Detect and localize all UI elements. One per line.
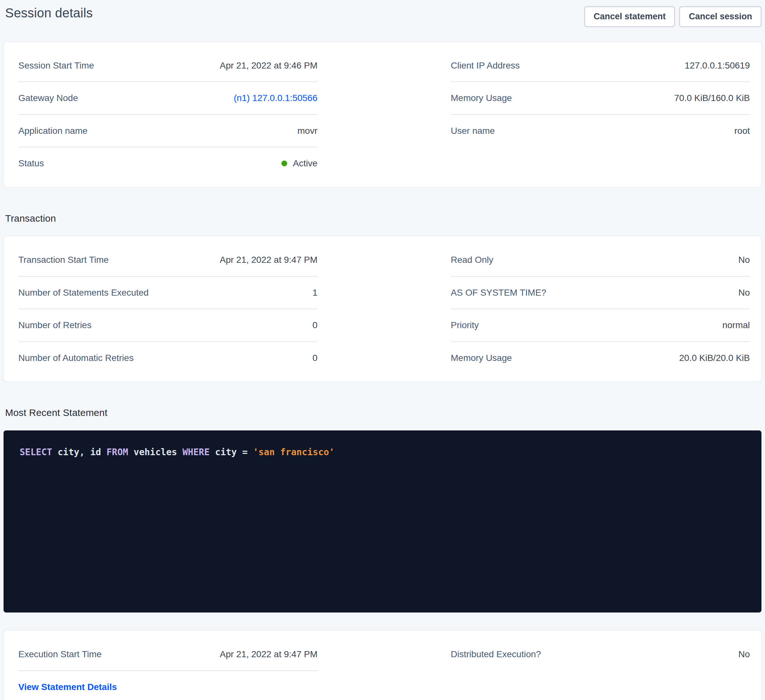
sql-keyword-select: SELECT [20,447,52,457]
sql-statement-text: SELECT city, id FROM vehicles WHERE city… [20,447,335,457]
distributed-execution-label: Distributed Execution? [451,649,541,660]
read-only-value: No [738,254,750,265]
application-name-value: movr [298,126,318,137]
user-name-row: User name root [451,115,750,147]
execution-start-time-label: Execution Start Time [18,649,101,660]
execution-card-grid: Execution Start Time Apr 21, 2022 at 9:4… [3,631,762,700]
status-row: Status Active [18,148,318,179]
sql-keyword-from: FROM [107,447,128,457]
execution-card-left-column: Execution Start Time Apr 21, 2022 at 9:4… [18,638,318,700]
number-of-retries-value: 0 [312,320,318,331]
session-start-time-row: Session Start Time Apr 21, 2022 at 9:46 … [18,50,318,82]
statement-section-title: Most Recent Statement [5,407,765,418]
client-ip-value: 127.0.0.1:50619 [685,60,750,71]
statements-executed-row: Number of Statements Executed 1 [18,277,318,309]
sql-string-literal: 'san francisco' [253,447,335,457]
session-start-time-label: Session Start Time [18,60,94,71]
transaction-summary-card: Transaction Start Time Apr 21, 2022 at 9… [3,236,762,381]
execution-summary-card: Execution Start Time Apr 21, 2022 at 9:4… [3,631,762,700]
statements-executed-value: 1 [312,287,318,298]
session-memory-usage-row: Memory Usage 70.0 KiB/160.0 KiB [451,82,750,115]
session-summary-card: Session Start Time Apr 21, 2022 at 9:46 … [3,42,762,187]
status-value-text: Active [293,158,318,169]
user-name-label: User name [451,126,495,137]
page-title: Session details [5,6,93,20]
session-card-left-column: Session Start Time Apr 21, 2022 at 9:46 … [18,50,318,179]
session-memory-usage-value: 70.0 KiB/160.0 KiB [674,93,750,104]
automatic-retries-row: Number of Automatic Retries 0 [18,342,318,374]
session-card-right-column: Client IP Address 127.0.0.1:50619 Memory… [451,50,750,147]
transaction-card-right-column: Read Only No AS OF SYSTEM TIME? No Prior… [451,244,750,374]
page-header: Session details Cancel statement Cancel … [0,0,765,27]
header-actions: Cancel statement Cancel session [584,6,762,27]
sql-condition: city = [209,447,253,457]
session-start-time-value: Apr 21, 2022 at 9:46 PM [220,60,318,71]
priority-label: Priority [451,320,479,331]
transaction-start-time-row: Transaction Start Time Apr 21, 2022 at 9… [18,244,318,277]
statements-executed-label: Number of Statements Executed [18,287,149,298]
sql-statement-box: SELECT city, id FROM vehicles WHERE city… [3,430,762,612]
read-only-row: Read Only No [451,244,750,277]
execution-card-right-column: Distributed Execution? No [451,638,750,670]
automatic-retries-value: 0 [312,353,318,364]
view-statement-details-link[interactable]: View Statement Details [18,682,117,692]
as-of-system-time-row: AS OF SYSTEM TIME? No [451,277,750,309]
client-ip-label: Client IP Address [451,60,519,71]
sql-columns: city, id [52,447,107,457]
sql-keyword-where: WHERE [183,447,209,457]
cancel-statement-button[interactable]: Cancel statement [584,6,675,27]
number-of-retries-label: Number of Retries [18,320,91,331]
priority-row: Priority normal [451,309,750,342]
transaction-section-title: Transaction [5,213,765,224]
read-only-label: Read Only [451,254,493,265]
status-badge: Active [282,158,318,169]
transaction-memory-usage-label: Memory Usage [451,353,512,364]
application-name-row: Application name movr [18,115,318,148]
distributed-execution-value: No [738,649,750,660]
client-ip-row: Client IP Address 127.0.0.1:50619 [451,50,750,82]
active-status-dot-icon [282,160,287,166]
execution-start-time-value: Apr 21, 2022 at 9:47 PM [220,649,318,660]
as-of-system-time-label: AS OF SYSTEM TIME? [451,287,546,298]
execution-start-time-row: Execution Start Time Apr 21, 2022 at 9:4… [18,638,318,671]
session-card-grid: Session Start Time Apr 21, 2022 at 9:46 … [3,42,762,187]
cancel-session-button[interactable]: Cancel session [679,6,762,27]
transaction-start-time-label: Transaction Start Time [18,254,109,265]
gateway-node-label: Gateway Node [18,93,78,104]
transaction-card-grid: Transaction Start Time Apr 21, 2022 at 9… [3,236,762,381]
transaction-card-left-column: Transaction Start Time Apr 21, 2022 at 9… [18,244,318,374]
session-memory-usage-label: Memory Usage [451,93,512,104]
priority-value: normal [722,320,750,331]
gateway-node-row: Gateway Node (n1) 127.0.0.1:50566 [18,82,318,115]
transaction-memory-usage-value: 20.0 KiB/20.0 KiB [679,353,750,364]
number-of-retries-row: Number of Retries 0 [18,309,318,342]
as-of-system-time-value: No [738,287,750,298]
transaction-start-time-value: Apr 21, 2022 at 9:47 PM [220,254,318,265]
transaction-memory-usage-row: Memory Usage 20.0 KiB/20.0 KiB [451,342,750,374]
distributed-execution-row: Distributed Execution? No [451,638,750,670]
automatic-retries-label: Number of Automatic Retries [18,353,134,364]
application-name-label: Application name [18,126,88,137]
view-statement-details-row: View Statement Details [18,671,318,700]
status-label: Status [18,158,44,169]
sql-table: vehicles [128,447,183,457]
gateway-node-link[interactable]: (n1) 127.0.0.1:50566 [234,93,318,104]
user-name-value: root [734,126,750,137]
